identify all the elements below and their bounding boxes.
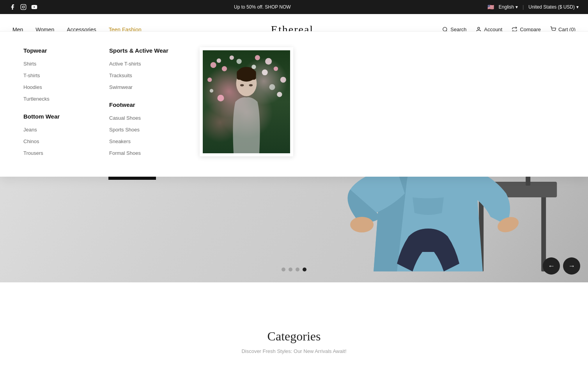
slide-dot-1[interactable] bbox=[282, 268, 285, 271]
topwear-list: Shirts T-shirts Hoodies Turtlenecks bbox=[23, 60, 78, 102]
svg-point-26 bbox=[251, 65, 256, 69]
list-item: Turtlenecks bbox=[23, 95, 78, 102]
instagram-icon[interactable] bbox=[20, 4, 27, 10]
list-item: Jeans bbox=[23, 126, 78, 133]
youtube-icon[interactable] bbox=[31, 4, 37, 10]
footwear-sports[interactable]: Sports Shoes bbox=[109, 127, 140, 133]
dropdown-topwear: Topwear Shirts T-shirts Hoodies Turtlene… bbox=[23, 47, 78, 161]
chevron-down-icon: ▾ bbox=[515, 4, 518, 10]
topwear-heading: Topwear bbox=[23, 47, 78, 54]
list-item: Trousers bbox=[23, 149, 78, 156]
categories-title: Categories bbox=[16, 329, 572, 344]
slide-dot-4[interactable] bbox=[303, 268, 306, 271]
promo-text: Up to 50% off. SHOP NOW bbox=[234, 4, 291, 10]
slide-dot-3[interactable] bbox=[296, 268, 299, 271]
svg-point-24 bbox=[217, 95, 224, 101]
list-item: Sports Shoes bbox=[109, 126, 168, 133]
topwear-hoodies[interactable]: Hoodies bbox=[23, 84, 42, 90]
bottomwear-trousers[interactable]: Trousers bbox=[23, 150, 43, 156]
svg-point-20 bbox=[255, 55, 260, 60]
sports-tracksuits[interactable]: Tracksuits bbox=[109, 73, 132, 78]
list-item: Tracksuits bbox=[109, 72, 168, 79]
footwear-heading: Footwear bbox=[109, 101, 168, 108]
svg-point-17 bbox=[273, 66, 278, 71]
promo-bar: Up to 50% off. SHOP NOW bbox=[234, 4, 291, 10]
dropdown-image-bg bbox=[203, 50, 290, 153]
svg-point-25 bbox=[236, 59, 241, 64]
social-icons bbox=[9, 4, 37, 10]
flag-icon: 🇺🇸 bbox=[487, 4, 494, 10]
topwear-turtlenecks[interactable]: Turtlenecks bbox=[23, 96, 50, 102]
list-item: Sneakers bbox=[109, 138, 168, 145]
dropdown-image bbox=[200, 47, 293, 156]
list-item: Formal Shoes bbox=[109, 149, 168, 156]
svg-point-23 bbox=[277, 92, 282, 97]
svg-point-1 bbox=[22, 6, 24, 8]
svg-point-13 bbox=[210, 62, 216, 68]
svg-point-3 bbox=[443, 27, 447, 31]
svg-point-21 bbox=[280, 77, 286, 83]
svg-point-22 bbox=[207, 78, 212, 82]
svg-point-16 bbox=[265, 58, 272, 65]
list-item: Active T-shirts bbox=[109, 60, 168, 67]
svg-point-14 bbox=[216, 58, 221, 63]
slide-dots bbox=[282, 268, 306, 271]
svg-point-19 bbox=[229, 55, 234, 60]
top-bar: Up to 50% off. SHOP NOW 🇺🇸 English ▾ | U… bbox=[0, 0, 588, 14]
footwear-sneakers[interactable]: Sneakers bbox=[109, 138, 131, 144]
sports-heading: Sports & Active Wear bbox=[109, 47, 168, 54]
svg-point-18 bbox=[262, 69, 267, 75]
footwear-formal[interactable]: Formal Shoes bbox=[109, 150, 141, 156]
prev-slide-button[interactable]: ← bbox=[543, 257, 560, 275]
list-item: Casual Shoes bbox=[109, 114, 168, 121]
svg-rect-0 bbox=[21, 4, 26, 9]
svg-point-15 bbox=[222, 66, 227, 71]
topwear-tshirts[interactable]: T-shirts bbox=[23, 73, 40, 78]
svg-point-40 bbox=[350, 217, 374, 232]
list-item: T-shirts bbox=[23, 72, 78, 79]
divider: | bbox=[522, 4, 524, 10]
bottomwear-chinos[interactable]: Chinos bbox=[23, 138, 39, 144]
top-bar-right: 🇺🇸 English ▾ | United States ($ USD) ▾ bbox=[487, 4, 579, 10]
slide-arrows: ← → bbox=[543, 257, 580, 275]
flowers-overlay bbox=[203, 50, 290, 153]
sports-swimwear[interactable]: Swimwear bbox=[109, 84, 133, 90]
bottomwear-list: Jeans Chinos Trousers bbox=[23, 126, 78, 156]
next-slide-button[interactable]: → bbox=[563, 257, 580, 275]
bottomwear-heading: Bottom Wear bbox=[23, 113, 78, 120]
list-item: Swimwear bbox=[109, 83, 168, 90]
dropdown-sports: Sports & Active Wear Active T-shirts Tra… bbox=[109, 47, 168, 161]
svg-point-28 bbox=[209, 89, 213, 92]
sports-list: Active T-shirts Tracksuits Swimwear bbox=[109, 60, 168, 90]
chevron-down-icon: ▾ bbox=[576, 4, 579, 10]
footwear-list: Casual Shoes Sports Shoes Sneakers Forma… bbox=[109, 114, 168, 156]
bottomwear-jeans[interactable]: Jeans bbox=[23, 127, 37, 133]
topwear-shirts[interactable]: Shirts bbox=[23, 61, 36, 67]
list-item: Chinos bbox=[23, 138, 78, 145]
svg-point-2 bbox=[25, 5, 25, 6]
facebook-icon[interactable] bbox=[9, 4, 16, 10]
language-selector[interactable]: English ▾ bbox=[499, 4, 518, 10]
slide-dot-2[interactable] bbox=[289, 268, 292, 271]
sports-activetshirts[interactable]: Active T-shirts bbox=[109, 61, 141, 67]
svg-point-5 bbox=[478, 27, 480, 29]
currency-selector[interactable]: United States ($ USD) ▾ bbox=[528, 4, 579, 10]
categories-section: Categories Discover Fresh Styles: Our Ne… bbox=[0, 306, 588, 370]
list-item: Shirts bbox=[23, 60, 78, 67]
section-gap bbox=[0, 282, 588, 306]
mega-dropdown: Topwear Shirts T-shirts Hoodies Turtlene… bbox=[0, 31, 588, 177]
categories-subtitle: Discover Fresh Styles: Our New Arrivals … bbox=[16, 348, 572, 354]
svg-point-27 bbox=[269, 84, 275, 90]
list-item: Hoodies bbox=[23, 83, 78, 90]
footwear-casual[interactable]: Casual Shoes bbox=[109, 115, 141, 121]
